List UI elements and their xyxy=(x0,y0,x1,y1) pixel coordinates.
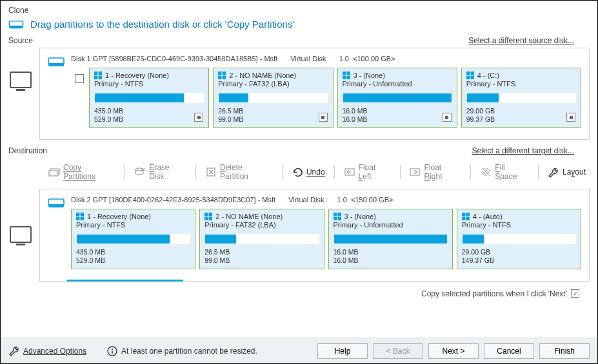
copy-partitions-button[interactable]: Copy Partitions xyxy=(48,163,115,181)
partition-sizes: 16.0 MB16.0 MB xyxy=(343,107,452,124)
partition-title: 3 - (None) xyxy=(344,213,377,220)
partition[interactable]: 2 - NO NAME (None) Primary - FAT32 (LBA)… xyxy=(199,209,324,269)
destination-panel: Disk 2 GPT [180DE400-0262-42E3-8925-5348… xyxy=(39,189,590,281)
usage-bar xyxy=(94,93,204,103)
wrench-icon xyxy=(8,345,19,356)
lock-icon xyxy=(566,113,575,122)
layout-button[interactable]: Layout xyxy=(548,167,586,177)
partition-type: Primary - NTFS xyxy=(466,80,576,88)
lock-icon xyxy=(319,113,328,122)
dest-disk-info: Disk 2 GPT [180DE400-0262-42E3-8925-5348… xyxy=(71,196,581,204)
back-button: < Back xyxy=(373,343,423,359)
windows-icon xyxy=(343,72,350,79)
lock-icon xyxy=(443,113,452,122)
toolbar: Copy Partitions Erase Disk Delete Partit… xyxy=(45,159,590,186)
partition-type: Primary - FAT32 (LBA) xyxy=(218,80,328,88)
disk-icon xyxy=(48,197,65,209)
instruction-text: Drag partitions to the destination disk … xyxy=(30,19,294,30)
partition-sizes: 26.5 MB99.0 MB xyxy=(218,107,328,124)
partition[interactable]: 2 - NO NAME (None) Primary - FAT32 (LBA)… xyxy=(213,68,333,128)
undo-button[interactable]: Undo xyxy=(292,167,325,177)
partition-title: 3 - (None) xyxy=(354,72,386,79)
windows-icon xyxy=(466,72,474,79)
fill-space-button[interactable]: Fill Space xyxy=(480,163,529,181)
partition-type: Primary - Unformatted xyxy=(334,221,448,229)
partition[interactable]: 1 - Recovery (None) Primary - NTFS 435.0… xyxy=(89,68,209,128)
source-disk-info: Disk 1 GPT [5898BE25-CDC0-469C-9393-3045… xyxy=(71,55,581,62)
partition-title: 2 - NO NAME (None) xyxy=(229,72,296,79)
window-title: Clone xyxy=(8,6,590,15)
usage-bar xyxy=(343,93,452,103)
warning-text: At least one partition cannot be resized… xyxy=(121,347,257,356)
advanced-options-link[interactable]: Advanced Options xyxy=(8,345,86,356)
windows-icon xyxy=(462,213,470,220)
partition-sizes: 16.0 MB16.0 MB xyxy=(334,248,448,265)
cancel-button[interactable]: Cancel xyxy=(484,343,534,359)
partition-sizes: 435.0 MB529.0 MB xyxy=(94,107,204,124)
partition-type: Primary - NTFS xyxy=(76,221,190,229)
windows-icon xyxy=(334,213,341,220)
float-left-button[interactable]: Float Left xyxy=(344,163,391,181)
select-source-link[interactable]: Select a different source disk... xyxy=(468,36,574,45)
svg-rect-9 xyxy=(49,171,58,176)
lock-icon xyxy=(194,113,203,122)
partition-title: 4 - (Auto) xyxy=(473,213,503,220)
usage-bar xyxy=(218,93,328,103)
windows-icon xyxy=(94,72,102,79)
usage-bar xyxy=(334,234,448,244)
usage-bar xyxy=(204,234,319,244)
partition-sizes: 29.00 GB149.37 GB xyxy=(462,248,576,265)
float-right-button[interactable]: Float Right xyxy=(410,163,462,181)
info-icon xyxy=(107,346,117,356)
delete-partition-button[interactable]: Delete Partition xyxy=(205,163,273,181)
next-button[interactable]: Next > xyxy=(428,343,479,359)
partition-type: Primary - NTFS xyxy=(462,221,576,229)
erase-disk-button[interactable]: Erase Disk xyxy=(134,163,186,181)
help-button[interactable]: Help xyxy=(317,343,368,359)
windows-icon xyxy=(76,213,84,220)
partition-title: 1 - Recovery (None) xyxy=(87,213,151,220)
partition[interactable]: 3 - (None) Primary - Unformatted 16.0 MB… xyxy=(337,68,457,128)
windows-icon xyxy=(204,213,212,220)
copy-next-label: Copy selected partitions when I click 'N… xyxy=(421,289,567,298)
partition[interactable]: 3 - (None) Primary - Unformatted 16.0 MB… xyxy=(328,209,453,269)
selection-indicator xyxy=(67,280,183,282)
usage-bar xyxy=(466,93,576,103)
partition-sizes: 26.5 MB99.0 MB xyxy=(204,248,319,265)
partition-title: 2 - NO NAME (None) xyxy=(215,213,283,220)
partition-title: 4 - (C:) xyxy=(477,72,499,79)
usage-bar xyxy=(76,234,190,244)
select-all-checkbox[interactable] xyxy=(75,74,84,83)
select-target-link[interactable]: Select a different target disk... xyxy=(472,146,574,155)
partition-sizes: 29.00 GB99.37 GB xyxy=(466,107,576,124)
partition-type: Primary - NTFS xyxy=(94,80,204,88)
windows-icon xyxy=(218,72,226,79)
monitor-icon xyxy=(10,226,32,243)
copy-next-checkbox[interactable]: ✓ xyxy=(571,289,579,298)
footer: Advanced Options At least one partition … xyxy=(1,338,597,363)
source-panel: Disk 1 GPT [5898BE25-CDC0-469C-9393-3045… xyxy=(39,48,590,140)
usage-bar xyxy=(462,234,576,244)
finish-button[interactable]: Finish xyxy=(539,343,590,359)
partition-sizes: 435.0 MB529.0 MB xyxy=(76,248,190,265)
partition-type: Primary - FAT32 (LBA) xyxy=(204,221,319,229)
disk-icon xyxy=(8,19,24,30)
monitor-icon xyxy=(10,72,32,88)
disk-icon xyxy=(48,56,65,68)
partition-title: 1 - Recovery (None) xyxy=(105,72,169,79)
partition[interactable]: 4 - (C:) Primary - NTFS 29.00 GB99.37 GB xyxy=(461,68,581,128)
partition[interactable]: 4 - (Auto) Primary - NTFS 29.00 GB149.37… xyxy=(457,209,581,269)
partition-type: Primary - Unformatted xyxy=(343,80,452,88)
partition[interactable]: 1 - Recovery (None) Primary - NTFS 435.0… xyxy=(71,209,195,269)
